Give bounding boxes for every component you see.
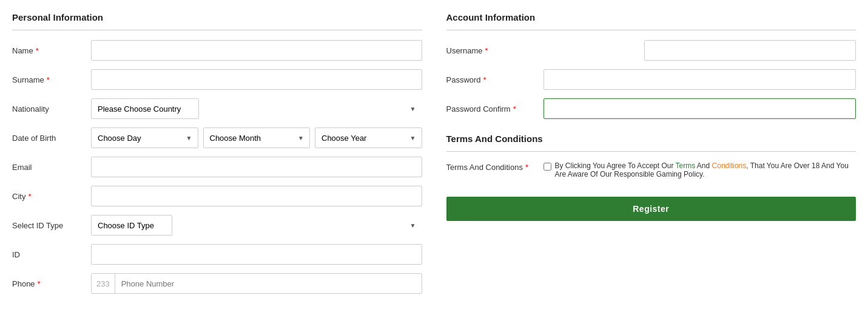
account-divider [446, 30, 856, 30]
dob-month-select[interactable]: Choose Month [203, 127, 311, 148]
dob-row: Date of Birth Choose Day Choose Month Ch… [12, 127, 422, 148]
dob-label: Date of Birth [12, 134, 91, 143]
main-container: Personal Information Name * Surname * Na… [12, 12, 856, 302]
name-required: * [36, 46, 39, 55]
account-title: Account Information [446, 12, 856, 22]
nationality-label: Nationality [12, 104, 91, 114]
personal-section: Personal Information Name * Surname * Na… [12, 12, 422, 302]
surname-required: * [47, 75, 50, 84]
terms-row: Terms And Conditions * By Clicking You A… [446, 161, 856, 178]
personal-title: Personal Information [12, 12, 422, 22]
city-input[interactable] [91, 186, 422, 206]
account-section: Account Information Username * Password … [446, 12, 856, 302]
password-input[interactable] [543, 69, 856, 90]
terms-divider [446, 151, 856, 152]
id-type-select-wrapper: Choose ID Type [91, 215, 422, 236]
dob-day-select[interactable]: Choose Day [91, 127, 198, 148]
surname-row: Surname * [12, 69, 422, 90]
city-label: City * [12, 192, 91, 201]
username-label: Username * [446, 46, 645, 55]
email-input[interactable] [91, 157, 422, 177]
surname-input[interactable] [91, 69, 422, 90]
id-type-select[interactable]: Choose ID Type [91, 215, 172, 236]
name-label: Name * [12, 46, 91, 55]
terms-text: By Clicking You Agree To Accept Our Term… [543, 161, 856, 178]
terms-checkbox[interactable] [543, 163, 551, 171]
dob-month-wrapper: Choose Month [203, 127, 311, 148]
conditions-link[interactable]: Conditions [712, 161, 747, 170]
city-row: City * [12, 186, 422, 206]
phone-label: Phone * [12, 279, 91, 288]
terms-label: Terms And Conditions * [446, 161, 543, 172]
password-label: Password * [446, 75, 543, 84]
phone-number-input[interactable] [115, 274, 422, 293]
nationality-row: Nationality Please Choose Country [12, 98, 422, 119]
terms-link[interactable]: Terms [676, 161, 696, 170]
phone-required: * [38, 279, 41, 288]
nationality-select[interactable]: Please Choose Country [91, 98, 199, 119]
password-required: * [483, 75, 486, 84]
email-row: Email [12, 157, 422, 177]
id-row: ID [12, 244, 422, 265]
dob-day-wrapper: Choose Day [91, 127, 198, 148]
password-confirm-label: Password Confirm * [446, 104, 543, 114]
phone-row: Phone * 233 [12, 273, 422, 294]
password-row: Password * [446, 69, 856, 90]
register-button[interactable]: Register [446, 197, 856, 221]
username-input[interactable] [644, 40, 856, 61]
name-row: Name * [12, 40, 422, 61]
city-required: * [28, 192, 31, 201]
nationality-select-wrapper: Please Choose Country [91, 98, 422, 119]
username-required: * [485, 46, 488, 55]
surname-label: Surname * [12, 75, 91, 84]
password-confirm-required: * [513, 104, 516, 114]
username-row: Username * [446, 40, 856, 61]
personal-divider [12, 30, 422, 30]
password-confirm-row: Password Confirm * [446, 98, 856, 119]
phone-input-wrapper: 233 [91, 273, 422, 294]
id-input[interactable] [91, 244, 422, 265]
id-type-row: Select ID Type Choose ID Type [12, 215, 422, 236]
terms-title: Terms And Conditions [446, 134, 856, 144]
id-type-label: Select ID Type [12, 221, 91, 230]
password-confirm-input[interactable] [543, 98, 856, 119]
email-label: Email [12, 163, 91, 172]
id-label: ID [12, 250, 91, 259]
terms-required: * [525, 163, 528, 172]
dob-year-wrapper: Choose Year [315, 127, 422, 148]
dob-selects: Choose Day Choose Month Choose Year [91, 127, 422, 148]
dob-year-select[interactable]: Choose Year [315, 127, 422, 148]
name-input[interactable] [91, 40, 422, 61]
phone-code: 233 [92, 274, 115, 293]
